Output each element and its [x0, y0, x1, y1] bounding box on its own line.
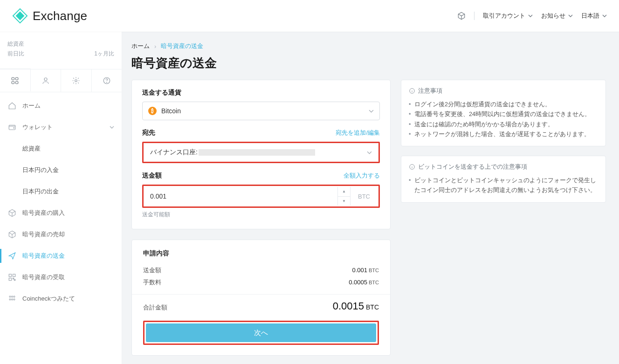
sidebar-item-label: ウォレット [22, 123, 53, 131]
tab-dashboard-icon[interactable] [0, 69, 31, 91]
summary-row-value: 0.0005 [349, 279, 367, 286]
btc-notes-body: ビットコインとビットコインキャッシュのようにフォークで発生したコイン同士のアドレ… [409, 176, 598, 196]
note-item: ログイン後2分間は仮想通貨の送金はできません。 [409, 100, 598, 110]
general-notes-title: 注意事項 [409, 87, 598, 95]
next-button-highlight: 次へ [143, 321, 379, 345]
summary-row-unit: BTC [369, 280, 379, 285]
sidebar-item-wallet[interactable]: ウォレット [0, 117, 122, 138]
sidebar-item-total-assets[interactable]: 総資産 [0, 138, 122, 159]
cube-icon [7, 230, 17, 239]
currency-value: Bitcoin [161, 107, 181, 115]
sidebar-item-send[interactable]: 暗号資産の送金 [0, 245, 122, 267]
sidebar-item-jpy-withdraw[interactable]: 日本円の出金 [0, 181, 122, 202]
cube-icon [7, 209, 17, 217]
header-right: 取引アカウント お知らせ 日本語 [457, 12, 607, 20]
separator [474, 12, 475, 20]
destination-masked-address [199, 149, 315, 156]
summary-row-amount: 送金額 0.001BTC [143, 264, 379, 276]
btc-notes-card: ビットコインを送金する上での注意事項 ビットコインとビットコインキャッシュのよう… [401, 156, 606, 203]
sidebar-item-receive[interactable]: 暗号資産の受取 [0, 267, 122, 288]
lang-menu[interactable]: 日本語 [581, 12, 607, 20]
svg-point-17 [9, 296, 11, 297]
amount-stepper: ▲ ▼ [337, 187, 351, 206]
note-item: 電話番号を変更後、24時間以内に仮想通貨の送金はできません。 [409, 110, 598, 119]
svg-point-19 [14, 296, 15, 297]
svg-rect-10 [9, 125, 15, 130]
svg-point-20 [9, 299, 11, 300]
note-item: 送金には確認のため時間がかかる場合があります。 [409, 120, 598, 130]
amount-input[interactable] [144, 187, 337, 206]
svg-marker-1 [16, 12, 25, 21]
svg-rect-5 [16, 81, 18, 83]
tab-help-icon[interactable] [92, 69, 122, 92]
summary-title: 申請内容 [143, 249, 379, 258]
sidebar-item-label: 暗号資産の送金 [22, 252, 65, 260]
summary-row-label: 手数料 [143, 278, 161, 287]
chevron-down-icon [110, 125, 114, 130]
svg-point-22 [14, 299, 15, 300]
main-content: ホーム › 暗号資産の送金 暗号資産の送金 送金する通貨 ₿ Bitcoin [122, 32, 619, 364]
brand-text: Exchange [33, 9, 87, 23]
destination-value-prefix: バイナンス口座: [150, 148, 198, 157]
balance-summary: 総資産 前日比 1ヶ月比 [0, 32, 122, 69]
sidebar-item-label: 日本円の入金 [22, 166, 59, 174]
amount-highlight: ▲ ▼ BTC [142, 185, 380, 208]
sidebar-item-buy[interactable]: 暗号資産の購入 [0, 202, 122, 224]
svg-point-7 [75, 80, 77, 82]
sidebar-item-home[interactable]: ホーム [0, 95, 122, 117]
svg-rect-2 [12, 77, 14, 80]
sidebar-item-jpy-deposit[interactable]: 日本円の入金 [0, 159, 122, 181]
btc-notes-title: ビットコインを送金する上での注意事項 [409, 163, 598, 171]
sidebar-item-label: Coincheckつみたて [22, 295, 75, 303]
sidebar-item-label: 暗号資産の購入 [22, 209, 65, 217]
tab-account-icon[interactable] [31, 69, 62, 92]
amount-label: 送金額 [142, 172, 162, 180]
account-menu[interactable]: 取引アカウント [483, 12, 533, 20]
destination-label-row: 宛先 宛先を追加/編集 [142, 129, 380, 137]
tab-settings-icon[interactable] [61, 69, 92, 92]
currency-select[interactable]: ₿ Bitcoin [142, 102, 380, 120]
sidebar-nav: ホーム ウォレット 総資産 日本円の入金 日本円の出金 暗号資産の購入 [0, 92, 122, 314]
sidebar-item-label: ホーム [22, 102, 41, 110]
svg-rect-14 [9, 278, 11, 281]
summary-total-value: 0.0015 [333, 300, 364, 312]
brand-logo-icon [12, 8, 28, 24]
svg-point-11 [14, 128, 14, 129]
breadcrumb-home[interactable]: ホーム [131, 42, 150, 50]
stepper-down[interactable]: ▼ [338, 197, 350, 206]
summary-total-row: 合計金額 0.0015BTC [143, 300, 379, 312]
destination-select[interactable]: バイナンス口座: [144, 144, 378, 161]
currency-label: 送金する通貨 [142, 89, 380, 97]
svg-rect-16 [14, 280, 15, 281]
home-icon [7, 102, 17, 110]
next-button[interactable]: 次へ [146, 323, 376, 342]
amount-field: ▲ ▼ BTC [144, 187, 378, 206]
chevron-down-icon [369, 109, 374, 114]
chevron-down-icon [568, 14, 573, 18]
notice-menu-label: お知らせ [541, 12, 565, 20]
send-icon [7, 252, 17, 260]
form-column: 送金する通貨 ₿ Bitcoin 宛先 宛先を追加/編集 [131, 80, 391, 364]
send-form-card: 送金する通貨 ₿ Bitcoin 宛先 宛先を追加/編集 [131, 80, 391, 229]
summary-card: 申請内容 送金額 0.001BTC 手数料 0.0005BTC 合計金額 0.0… [131, 240, 391, 356]
lang-menu-label: 日本語 [581, 12, 599, 20]
sidebar-item-tsumitate[interactable]: Coincheckつみたて [0, 288, 122, 309]
amount-fill-link[interactable]: 全額入力する [344, 172, 380, 180]
notice-menu[interactable]: お知らせ [541, 12, 573, 20]
sidebar-item-label: 暗号資産の受取 [22, 273, 65, 282]
general-notes-card: 注意事項 ログイン後2分間は仮想通貨の送金はできません。 電話番号を変更後、24… [401, 80, 606, 146]
summary-total-label: 合計金額 [143, 303, 167, 312]
chevron-down-icon [602, 14, 607, 18]
stepper-up[interactable]: ▲ [338, 187, 350, 197]
destination-edit-link[interactable]: 宛先を追加/編集 [336, 129, 380, 137]
sidebar-item-sell[interactable]: 暗号資産の売却 [0, 224, 122, 245]
svg-rect-15 [13, 278, 14, 279]
page-title: 暗号資産の送金 [131, 55, 606, 71]
svg-point-18 [12, 296, 13, 297]
svg-point-9 [106, 82, 107, 82]
summary-row-label: 送金額 [143, 266, 161, 275]
header-cube-icon[interactable] [457, 12, 466, 20]
dod-label: 前日比 [7, 50, 24, 58]
summary-total-unit: BTC [366, 303, 379, 311]
destination-highlight: バイナンス口座: [142, 142, 380, 163]
